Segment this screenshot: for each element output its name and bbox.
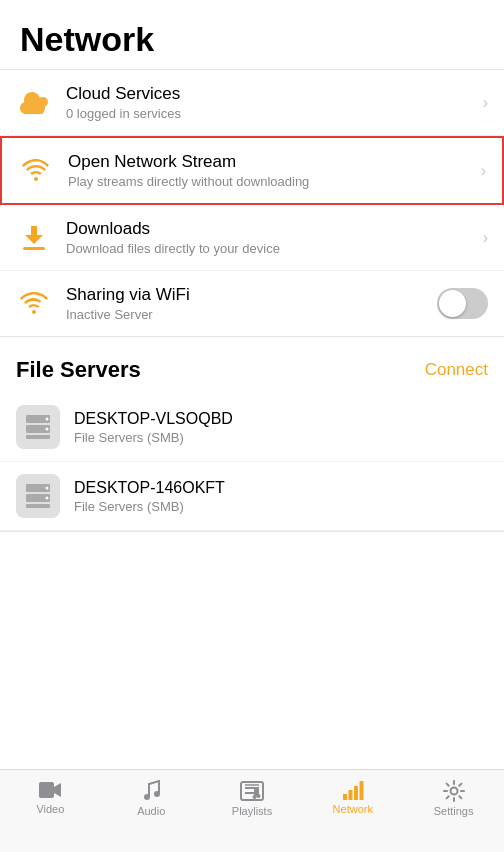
playlists-icon — [240, 780, 264, 802]
tab-audio[interactable]: Audio — [101, 780, 202, 817]
svg-rect-24 — [359, 781, 363, 800]
sharing-wifi-toggle[interactable] — [437, 288, 488, 319]
open-network-stream-chevron: › — [481, 162, 486, 180]
server-1-name: DESKTOP-VLSOQBD — [74, 410, 233, 428]
cloud-services-content: Cloud Services 0 logged in services — [66, 84, 475, 121]
page-title: Network — [20, 20, 484, 59]
tab-settings-label: Settings — [434, 805, 474, 817]
downloads-content: Downloads Download files directly to you… — [66, 219, 475, 256]
tab-video[interactable]: Video — [0, 780, 101, 815]
svg-rect-8 — [26, 504, 50, 508]
downloads-subtitle: Download files directly to your device — [66, 241, 475, 256]
open-network-stream-title: Open Network Stream — [68, 152, 473, 172]
network-icon — [342, 780, 364, 800]
sharing-wifi-subtitle: Inactive Server — [66, 307, 429, 322]
server-item-2[interactable]: DESKTOP-146OKFT File Servers (SMB) — [0, 462, 504, 531]
svg-point-12 — [144, 794, 150, 800]
file-servers-header: File Servers Connect — [0, 337, 504, 393]
tab-network-label: Network — [333, 803, 373, 815]
download-icon — [16, 220, 52, 256]
server-1-type: File Servers (SMB) — [74, 430, 233, 445]
toggle-knob — [439, 290, 466, 317]
cloud-services-subtitle: 0 logged in services — [66, 106, 475, 121]
file-servers-section: File Servers Connect DESKTOP-VLSOQBD Fil… — [0, 337, 504, 532]
open-network-stream-subtitle: Play streams directly without downloadin… — [68, 174, 473, 189]
gear-icon — [443, 780, 465, 802]
svg-rect-0 — [23, 247, 45, 250]
cloud-services-title: Cloud Services — [66, 84, 475, 104]
svg-point-5 — [46, 428, 49, 431]
tab-audio-label: Audio — [137, 805, 165, 817]
tab-network[interactable]: Network — [302, 780, 403, 815]
svg-rect-23 — [354, 786, 358, 800]
svg-rect-22 — [348, 790, 352, 800]
downloads-item[interactable]: Downloads Download files directly to you… — [0, 205, 504, 271]
server-2-content: DESKTOP-146OKFT File Servers (SMB) — [74, 479, 225, 514]
svg-point-10 — [46, 497, 49, 500]
svg-point-19 — [252, 795, 256, 799]
tab-video-label: Video — [36, 803, 64, 815]
svg-point-20 — [256, 794, 260, 798]
page-header: Network — [0, 0, 504, 70]
svg-point-9 — [46, 487, 49, 490]
video-icon — [38, 780, 62, 800]
tab-bar: Video Audio Playlists — [0, 769, 504, 852]
tab-playlists-label: Playlists — [232, 805, 272, 817]
server-1-content: DESKTOP-VLSOQBD File Servers (SMB) — [74, 410, 233, 445]
tab-playlists[interactable]: Playlists — [202, 780, 303, 817]
tab-settings[interactable]: Settings — [403, 780, 504, 817]
cloud-services-item[interactable]: Cloud Services 0 logged in services › — [0, 70, 504, 136]
sharing-wifi-content: Sharing via WiFi Inactive Server — [66, 285, 429, 322]
sharing-wifi-item[interactable]: Sharing via WiFi Inactive Server — [0, 271, 504, 336]
cloud-services-chevron: › — [483, 94, 488, 112]
wifi-icon — [16, 286, 52, 322]
downloads-chevron: › — [483, 229, 488, 247]
server-item-1[interactable]: DESKTOP-VLSOQBD File Servers (SMB) — [0, 393, 504, 462]
server-2-type: File Servers (SMB) — [74, 499, 225, 514]
server-2-name: DESKTOP-146OKFT — [74, 479, 225, 497]
svg-rect-21 — [343, 794, 347, 800]
sharing-wifi-title: Sharing via WiFi — [66, 285, 429, 305]
open-network-stream-item[interactable]: Open Network Stream Play streams directl… — [0, 136, 504, 205]
svg-point-4 — [46, 418, 49, 421]
music-icon — [141, 780, 161, 802]
sharing-toggle-container — [437, 288, 488, 319]
server-icon-2 — [16, 474, 60, 518]
file-servers-title: File Servers — [16, 357, 141, 383]
wifi-stream-icon — [18, 153, 54, 189]
svg-rect-11 — [39, 782, 54, 798]
cloud-icon — [16, 85, 52, 121]
svg-point-25 — [450, 788, 457, 795]
svg-point-13 — [154, 791, 160, 797]
menu-section: Cloud Services 0 logged in services › Op… — [0, 70, 504, 337]
svg-rect-3 — [26, 435, 50, 439]
server-icon-1 — [16, 405, 60, 449]
downloads-title: Downloads — [66, 219, 475, 239]
open-network-stream-content: Open Network Stream Play streams directl… — [68, 152, 473, 189]
connect-button[interactable]: Connect — [425, 360, 488, 380]
